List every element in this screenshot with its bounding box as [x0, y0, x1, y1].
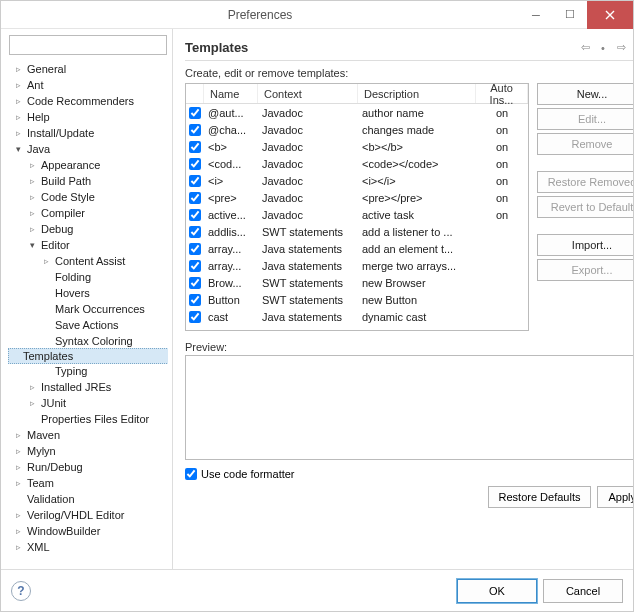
row-checkbox[interactable]: [189, 158, 201, 170]
chevron-right-icon[interactable]: ▹: [27, 398, 37, 408]
preference-tree[interactable]: ▹General▹Ant▹Code Recommenders▹Help▹Inst…: [5, 61, 168, 563]
row-checkbox[interactable]: [189, 243, 201, 255]
table-row[interactable]: @aut...Javadocauthor nameon: [186, 104, 528, 121]
tree-item-content-assist[interactable]: ▹Content Assist: [9, 253, 168, 269]
edit-button[interactable]: Edit...: [537, 108, 634, 130]
table-row[interactable]: @cha...Javadocchanges madeon: [186, 121, 528, 138]
row-checkbox[interactable]: [189, 192, 201, 204]
tree-item-mylyn[interactable]: ▹Mylyn: [9, 443, 168, 459]
preview-box[interactable]: [185, 355, 634, 460]
table-row[interactable]: addlis...SWT statementsadd a listener to…: [186, 223, 528, 240]
maximize-button[interactable]: ☐: [553, 1, 587, 29]
tree-item-save-actions[interactable]: Save Actions: [9, 317, 168, 333]
back-icon[interactable]: ⇦: [577, 40, 593, 56]
table-row[interactable]: array...Java statementsadd an element t.…: [186, 240, 528, 257]
chevron-right-icon[interactable]: ▹: [13, 80, 23, 90]
tree-item-team[interactable]: ▹Team: [9, 475, 168, 491]
tree-item-templates[interactable]: Templates: [8, 348, 168, 364]
col-autoinsert[interactable]: Auto Ins...: [476, 84, 528, 103]
row-checkbox[interactable]: [189, 107, 201, 119]
col-description[interactable]: Description: [358, 84, 476, 103]
tree-item-ant[interactable]: ▹Ant: [9, 77, 168, 93]
tree-item-properties-files-editor[interactable]: Properties Files Editor: [9, 411, 168, 427]
chevron-right-icon[interactable]: ▹: [13, 64, 23, 74]
col-context[interactable]: Context: [258, 84, 358, 103]
templates-table[interactable]: Name Context Description Auto Ins... @au…: [185, 83, 529, 331]
remove-button[interactable]: Remove: [537, 133, 634, 155]
row-checkbox[interactable]: [189, 141, 201, 153]
table-row[interactable]: castJava statementsdynamic cast: [186, 308, 528, 325]
table-row[interactable]: <pre>Javadoc<pre></pre>on: [186, 189, 528, 206]
tree-item-help[interactable]: ▹Help: [9, 109, 168, 125]
tree-item-installed-jres[interactable]: ▹Installed JREs: [9, 379, 168, 395]
tree-item-validation[interactable]: Validation: [9, 491, 168, 507]
use-formatter-checkbox[interactable]: [185, 468, 197, 480]
tree-item-general[interactable]: ▹General: [9, 61, 168, 77]
tree-item-build-path[interactable]: ▹Build Path: [9, 173, 168, 189]
tree-item-appearance[interactable]: ▹Appearance: [9, 157, 168, 173]
tree-item-mark-occurrences[interactable]: Mark Occurrences: [9, 301, 168, 317]
row-checkbox[interactable]: [189, 277, 201, 289]
chevron-right-icon[interactable]: ▹: [13, 128, 23, 138]
tree-item-verilog-vhdl-editor[interactable]: ▹Verilog/VHDL Editor: [9, 507, 168, 523]
restore-defaults-button[interactable]: Restore Defaults: [488, 486, 592, 508]
chevron-down-icon[interactable]: ▾: [27, 240, 37, 250]
chevron-right-icon[interactable]: ▹: [13, 462, 23, 472]
table-row[interactable]: active...Javadocactive taskon: [186, 206, 528, 223]
revert-button[interactable]: Revert to Default: [537, 196, 634, 218]
tree-item-code-recommenders[interactable]: ▹Code Recommenders: [9, 93, 168, 109]
col-name[interactable]: Name: [204, 84, 258, 103]
chevron-right-icon[interactable]: ▹: [27, 192, 37, 202]
close-button[interactable]: [587, 1, 633, 29]
table-row[interactable]: Brow...SWT statementsnew Browser: [186, 274, 528, 291]
tree-item-java[interactable]: ▾Java: [9, 141, 168, 157]
tree-item-folding[interactable]: Folding: [9, 269, 168, 285]
tree-item-typing[interactable]: Typing: [9, 363, 168, 379]
tree-item-junit[interactable]: ▹JUnit: [9, 395, 168, 411]
cancel-button[interactable]: Cancel: [543, 579, 623, 603]
menu-dot-icon[interactable]: •: [595, 40, 611, 56]
row-checkbox[interactable]: [189, 175, 201, 187]
chevron-right-icon[interactable]: ▹: [13, 446, 23, 456]
row-checkbox[interactable]: [189, 294, 201, 306]
chevron-right-icon[interactable]: ▹: [13, 526, 23, 536]
chevron-right-icon[interactable]: ▹: [27, 208, 37, 218]
tree-item-compiler[interactable]: ▹Compiler: [9, 205, 168, 221]
chevron-right-icon[interactable]: ▹: [13, 96, 23, 106]
new-button[interactable]: New...: [537, 83, 634, 105]
tree-item-code-style[interactable]: ▹Code Style: [9, 189, 168, 205]
tree-item-hovers[interactable]: Hovers: [9, 285, 168, 301]
tree-item-xml[interactable]: ▹XML: [9, 539, 168, 555]
tree-item-run-debug[interactable]: ▹Run/Debug: [9, 459, 168, 475]
tree-item-editor[interactable]: ▾Editor: [9, 237, 168, 253]
table-row[interactable]: <i>Javadoc<i></i>on: [186, 172, 528, 189]
table-row[interactable]: array...Java statementsmerge two arrays.…: [186, 257, 528, 274]
chevron-right-icon[interactable]: ▹: [27, 160, 37, 170]
row-checkbox[interactable]: [189, 260, 201, 272]
restore-removed-button[interactable]: Restore Removed: [537, 171, 634, 193]
tree-item-maven[interactable]: ▹Maven: [9, 427, 168, 443]
chevron-right-icon[interactable]: ▹: [13, 478, 23, 488]
import-button[interactable]: Import...: [537, 234, 634, 256]
row-checkbox[interactable]: [189, 311, 201, 323]
row-checkbox[interactable]: [189, 124, 201, 136]
tree-item-windowbuilder[interactable]: ▹WindowBuilder: [9, 523, 168, 539]
minimize-button[interactable]: ─: [519, 1, 553, 29]
chevron-right-icon[interactable]: ▹: [41, 256, 51, 266]
chevron-right-icon[interactable]: ▹: [27, 382, 37, 392]
row-checkbox[interactable]: [189, 226, 201, 238]
chevron-right-icon[interactable]: ▹: [13, 542, 23, 552]
help-icon[interactable]: ?: [11, 581, 31, 601]
export-button[interactable]: Export...: [537, 259, 634, 281]
table-row[interactable]: <cod...Javadoc<code></code>on: [186, 155, 528, 172]
chevron-right-icon[interactable]: ▹: [27, 176, 37, 186]
ok-button[interactable]: OK: [457, 579, 537, 603]
forward-icon[interactable]: ⇨: [613, 40, 629, 56]
chevron-right-icon[interactable]: ▹: [13, 112, 23, 122]
filter-input[interactable]: [9, 35, 167, 55]
table-row[interactable]: <b>Javadoc<b></b>on: [186, 138, 528, 155]
tree-item-syntax-coloring[interactable]: Syntax Coloring: [9, 333, 168, 349]
chevron-right-icon[interactable]: ▹: [13, 430, 23, 440]
row-checkbox[interactable]: [189, 209, 201, 221]
apply-button[interactable]: Apply: [597, 486, 634, 508]
